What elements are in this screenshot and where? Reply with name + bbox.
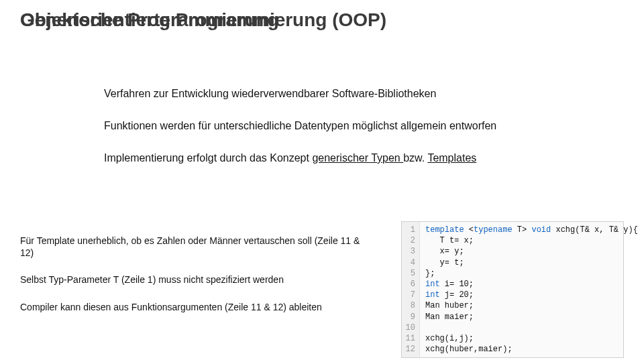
bullet-3-mid: bzw.	[403, 152, 427, 164]
bullet-1: Verfahren zur Entwicklung wiederverwendb…	[104, 87, 614, 101]
note-3: Compiler kann diesen aus Funktionsargume…	[20, 301, 369, 313]
lower-notes: Für Template unerheblich, ob es Zahlen o…	[20, 235, 369, 328]
line-number: 8	[405, 300, 415, 311]
line-number: 5	[405, 268, 415, 279]
code-line: xchg(i,j);	[425, 333, 638, 344]
bullet-3-underline-2: Templates	[427, 152, 476, 164]
line-number: 4	[405, 257, 415, 268]
line-number: 6	[405, 279, 415, 290]
code-line: template <typename T> void xchg(T& x, T&…	[425, 225, 638, 235]
line-number: 3	[405, 246, 415, 257]
code-line: T t= x;	[425, 235, 638, 246]
bullet-list: Verfahren zur Entwicklung wiederverwendb…	[104, 87, 614, 184]
line-number: 10	[405, 322, 415, 333]
line-number: 7	[405, 290, 415, 300]
code-line: int j= 20;	[425, 290, 638, 300]
bullet-3-pre: Implementierung erfolgt durch das Konzep…	[104, 152, 312, 164]
code-line	[425, 322, 638, 333]
bullet-3: Implementierung erfolgt durch das Konzep…	[104, 152, 614, 165]
code-gutter: 123456789101112	[402, 222, 420, 357]
line-number: 12	[405, 344, 415, 355]
code-body: template <typename T> void xchg(T& x, T&…	[420, 222, 643, 357]
code-line: xchg(huber,maier);	[425, 344, 638, 355]
note-1: Für Template unerheblich, ob es Zahlen o…	[20, 235, 369, 259]
note-2: Selbst Typ-Parameter T (Zeile 1) muss ni…	[20, 274, 369, 286]
code-line: x= y;	[425, 246, 638, 257]
line-number: 1	[405, 225, 415, 235]
line-number: 2	[405, 235, 415, 246]
code-line: int i= 10;	[425, 279, 638, 290]
code-snippet: 123456789101112 template <typename T> vo…	[401, 221, 624, 358]
bullet-3-underline-1: generischer Typen	[312, 152, 403, 164]
code-line: Man huber;	[425, 300, 638, 311]
code-line: };	[425, 268, 638, 279]
line-number: 11	[405, 333, 415, 344]
bullet-2: Funktionen werden für unterschiedliche D…	[104, 119, 614, 133]
slide: Objektorientierte Programmierung (OOP) G…	[0, 0, 644, 362]
line-number: 9	[405, 312, 415, 322]
code-line: y= t;	[425, 257, 638, 268]
title-secondary: Generische Programmierung	[20, 9, 279, 31]
code-line: Man maier;	[425, 312, 638, 322]
